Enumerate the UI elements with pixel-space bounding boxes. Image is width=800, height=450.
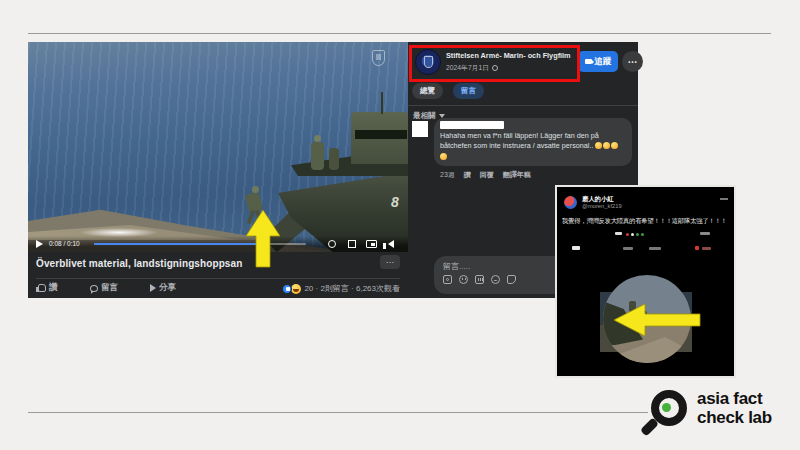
comment-text: Hahaha men va f*n fäll läppen! Lägger fa… <box>440 131 626 162</box>
second-soldier-on-bow <box>329 148 339 170</box>
share-button[interactable]: 分享 <box>150 282 176 294</box>
indicator-mark <box>615 232 622 235</box>
emoji-icon[interactable] <box>491 275 500 284</box>
redacted-commenter-name <box>440 121 504 129</box>
video-title-bar: Överblivet material, landstigningshoppsa… <box>28 252 408 278</box>
laughing-emoji-icon <box>440 153 447 160</box>
jumping-soldier-head <box>252 186 259 193</box>
avatar-sticker-icon[interactable] <box>459 275 468 284</box>
settings-icon[interactable] <box>328 240 336 248</box>
repost-viewfinder-row <box>557 246 734 251</box>
repost-avatar <box>564 196 577 209</box>
boat-hull-number: 8 <box>391 194 399 210</box>
logo-line1: asia fact <box>697 390 772 409</box>
follow-label: 追蹤 <box>595 56 612 68</box>
comment-bubble: Hahaha men va f*n fäll läppen! Lägger fa… <box>434 118 632 166</box>
camera-icon[interactable] <box>443 275 452 284</box>
comment-icon <box>90 285 98 292</box>
green-dot <box>641 233 644 236</box>
comment-translate-link[interactable]: 翻譯年糕 <box>503 170 531 180</box>
panel-divider <box>408 105 638 106</box>
indicator-mark <box>649 247 661 250</box>
bottom-divider-line <box>28 412 648 413</box>
sort-label: 最相關 <box>413 111 436 121</box>
top-divider-line <box>28 33 771 34</box>
comment-text-content: Hahaha men va f*n fäll läppen! Lägger fa… <box>440 131 599 150</box>
indicator-mark <box>702 247 711 250</box>
magnifier-green-dot <box>662 403 671 412</box>
haha-reaction-icon <box>291 284 301 294</box>
red-dot <box>626 233 629 236</box>
video-control-bar: 0:08 / 0:10 <box>28 236 408 252</box>
repost-caption: 我覺得，灣灣反攻大陸真的有希望！！！這部隊太強了！！！ <box>562 217 732 226</box>
picture-in-picture-icon[interactable] <box>366 240 377 248</box>
white-dot <box>631 233 634 236</box>
indicator-mark <box>623 247 633 250</box>
soldier-on-bow <box>311 142 324 170</box>
repost-player-indicator-row <box>557 232 734 237</box>
post-action-row: 讚 留言 分享 20 · 2則留言 · 6,263次觀看 <box>28 279 408 298</box>
landing-boat: 8 <box>263 102 408 252</box>
laughing-emoji-icon <box>611 142 618 149</box>
rec-icon <box>695 246 699 250</box>
stats-text: 20 · 2則留言 · 6,263次觀看 <box>304 283 400 294</box>
repost-menu-icon <box>720 198 728 200</box>
video-player[interactable]: 8 0:08 / 0:10 <box>28 42 408 252</box>
play-icon[interactable] <box>36 240 43 248</box>
comment-reply-link[interactable]: 回覆 <box>480 170 494 180</box>
video-camera-icon <box>585 59 592 64</box>
like-button[interactable]: 讚 <box>38 282 58 294</box>
comment-meta-row: 23週 讚 回覆 翻譯年糕 <box>440 170 531 180</box>
soldier-on-bow-head <box>314 135 321 142</box>
logo-line2: check lab <box>697 409 772 428</box>
repost-screenshot: 磨人的小紅 @moren_kf219 我覺得，灣灣反攻大陸真的有希望！！！這部隊… <box>555 185 736 378</box>
like-label: 讚 <box>49 282 58 294</box>
volume-icon[interactable] <box>388 240 394 248</box>
gif-icon[interactable] <box>475 275 484 284</box>
boat-windows <box>355 130 407 139</box>
comment-like-link[interactable]: 讚 <box>464 170 471 180</box>
comment-label: 留言 <box>101 282 118 294</box>
header-more-button[interactable]: … <box>622 51 643 72</box>
video-timestamp: 0:08 / 0:10 <box>49 240 80 247</box>
video-more-button[interactable]: … <box>380 255 400 269</box>
annotation-arrow-left <box>613 303 701 337</box>
comment-button[interactable]: 留言 <box>90 282 118 294</box>
fullscreen-icon[interactable] <box>348 240 356 248</box>
video-title: Överblivet material, landstigningshoppsa… <box>36 258 242 269</box>
share-label: 分享 <box>159 282 176 294</box>
redacted-commenter-avatar <box>412 121 428 137</box>
comment-age: 23週 <box>440 170 455 180</box>
logo-text: asia fact check lab <box>697 390 772 427</box>
asia-fact-check-lab-logo: asia fact check lab <box>645 388 795 440</box>
post-stats[interactable]: 20 · 2則留言 · 6,263次觀看 <box>282 283 400 294</box>
follow-button[interactable]: 追蹤 <box>578 51 618 72</box>
indicator-mark <box>700 232 710 235</box>
laughing-emoji-icon <box>595 142 602 149</box>
progress-fill <box>94 243 259 245</box>
tab-comments[interactable]: 留言 <box>453 83 484 99</box>
sticker-icon[interactable] <box>507 275 516 284</box>
military-crest-watermark-icon <box>372 50 385 66</box>
boat-mast <box>381 92 383 114</box>
laughing-emoji-icon <box>603 142 610 149</box>
facebook-post-screenshot: 8 0:08 / 0:10 Överblivet material, lands… <box>28 42 638 298</box>
composer-icons <box>443 275 516 284</box>
share-icon <box>150 284 156 292</box>
repost-handle: @moren_kf219 <box>582 203 622 209</box>
tab-overview[interactable]: 總覽 <box>412 83 443 99</box>
annotation-arrow-up <box>245 210 281 268</box>
battery-icon <box>572 246 580 250</box>
like-icon <box>38 284 46 292</box>
green-dot <box>636 233 639 236</box>
fact-check-highlight-box <box>409 45 580 82</box>
thumbs-up-reaction-icon <box>282 284 292 294</box>
